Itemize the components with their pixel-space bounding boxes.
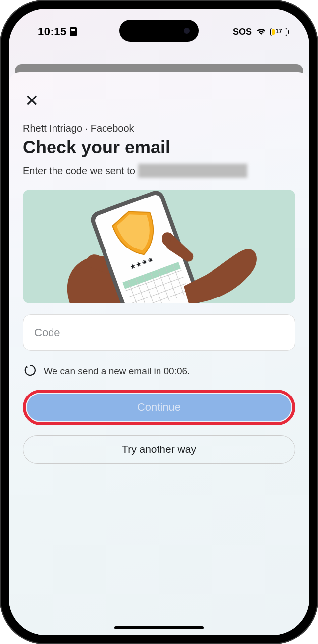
front-camera — [184, 28, 190, 34]
home-indicator[interactable] — [114, 626, 204, 629]
modal-sheet: ✕ Rhett Intriago · Facebook Check your e… — [9, 72, 309, 635]
illustration-phone-shield: **** — [23, 190, 295, 303]
continue-highlight: Continue — [23, 390, 295, 425]
close-icon[interactable]: ✕ — [25, 92, 295, 109]
continue-button[interactable]: Continue — [27, 394, 291, 421]
svg-point-15 — [162, 233, 171, 245]
code-input[interactable] — [23, 314, 295, 351]
resend-row: We can send a new email in 00:06. — [23, 364, 295, 379]
instruction-text: Enter the code we sent to — [23, 164, 295, 178]
sos-label: SOS — [233, 27, 252, 37]
status-time: 10:15 — [38, 25, 67, 38]
battery-icon: 17 — [270, 28, 289, 36]
battery-percent: 17 — [275, 28, 282, 35]
resend-text: We can send a new email in 00:06. — [44, 366, 190, 377]
dynamic-island — [119, 20, 199, 42]
try-another-button[interactable]: Try another way — [23, 435, 295, 464]
refresh-icon — [24, 364, 37, 379]
wifi-icon — [256, 28, 266, 36]
redacted-email — [138, 164, 247, 178]
breadcrumb: Rhett Intriago · Facebook — [23, 123, 295, 134]
phone-frame: 10:15 SOS 17 — [0, 0, 318, 644]
status-left: 10:15 — [38, 25, 77, 38]
page-title: Check your email — [23, 137, 295, 158]
sim-icon — [70, 27, 77, 36]
status-right: SOS 17 — [233, 27, 289, 37]
phone-screen: 10:15 SOS 17 — [9, 9, 309, 635]
